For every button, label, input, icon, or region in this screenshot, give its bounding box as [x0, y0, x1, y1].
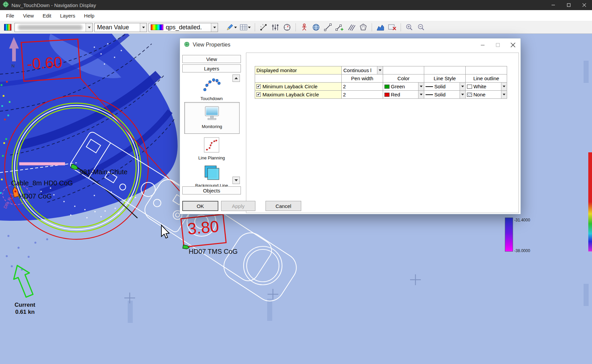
chevron-down-icon[interactable] — [377, 66, 383, 74]
chevron-down-icon[interactable] — [460, 91, 465, 98]
dialog-close-button[interactable] — [505, 38, 521, 51]
row-max-layback-name: ✔ Maximum Layback Circle — [255, 91, 342, 99]
menu-view[interactable]: View — [19, 13, 38, 19]
menu-edit[interactable]: Edit — [38, 13, 56, 19]
current-label: Current — [14, 302, 35, 308]
touchdown-icon — [202, 75, 221, 95]
empty-cell — [466, 66, 507, 74]
layer-item-line-planning[interactable]: Line Planning — [182, 137, 241, 160]
sliders-icon[interactable] — [270, 23, 280, 32]
line-style-glyph — [426, 86, 433, 87]
dialog-minimize-button[interactable] — [475, 38, 490, 51]
row-max-layback-line-style-select[interactable]: Solid — [424, 91, 466, 99]
label-cable: Cable_8m HD0 CoG — [11, 179, 73, 187]
layer-label: Monitoring — [202, 124, 222, 129]
outline-swatch — [467, 93, 472, 97]
add-line-tool-icon[interactable] — [335, 23, 345, 32]
scroll-down-button[interactable] — [232, 177, 240, 184]
parallel-lines-icon[interactable] — [346, 23, 356, 32]
chevron-down-icon[interactable] — [418, 91, 424, 98]
zoom-out-icon[interactable] — [416, 23, 426, 32]
zoom-in-icon[interactable] — [404, 23, 414, 32]
dialog-title-bar[interactable]: View Properties — [180, 38, 521, 51]
minimize-button[interactable] — [546, 0, 561, 10]
dialog-title: View Properties — [193, 42, 230, 48]
col-header-line-outline: Line outline — [466, 74, 507, 83]
display-mode-combo[interactable]: Mean Value — [94, 23, 147, 32]
ok-button[interactable]: OK — [182, 201, 218, 211]
row-max-layback-outline-select[interactable]: None — [466, 91, 507, 99]
color-swatch — [384, 85, 390, 89]
chevron-down-icon[interactable] — [501, 83, 507, 90]
chevron-down-icon[interactable] — [86, 23, 92, 32]
displayed-monitor-select[interactable]: Continuous l — [342, 66, 383, 74]
clear-view-icon[interactable] — [387, 23, 397, 32]
apply-button[interactable]: Apply — [221, 201, 255, 211]
window-title: Nav_TouchDown - Navigation Display — [11, 2, 96, 8]
colormap-icon[interactable] — [3, 23, 13, 32]
svg-text:N: N — [11, 63, 14, 68]
chevron-down-icon[interactable] — [501, 91, 507, 98]
measure-tool-icon[interactable] — [258, 23, 269, 32]
redacted-value — [18, 25, 83, 30]
palette-combo[interactable]: qps_detailed. — [149, 23, 218, 32]
figure-tool-icon[interactable] — [299, 23, 309, 32]
layer-label: Line Planning — [198, 155, 225, 160]
cancel-button[interactable]: Cancel — [266, 201, 301, 211]
menu-bar: File View Edit Layers Help — [0, 10, 592, 21]
row-min-layback-color-select[interactable]: Green — [383, 83, 424, 91]
surface-combo[interactable] — [14, 23, 93, 32]
outline-swatch — [467, 85, 472, 89]
menu-help[interactable]: Help — [80, 13, 99, 19]
col-header-pen-width: Pen width — [342, 74, 383, 83]
line-planning-icon — [204, 137, 220, 154]
menu-layers[interactable]: Layers — [56, 13, 80, 19]
tab-view[interactable]: View — [182, 55, 241, 63]
pen-tool-button[interactable] — [225, 23, 238, 32]
maximize-button[interactable] — [561, 0, 577, 10]
scroll-up-button[interactable] — [232, 74, 240, 82]
label-hd07-cog: HD07 CoG — [19, 192, 52, 200]
dialog-maximize-button[interactable] — [490, 38, 505, 51]
edge-color-strip — [588, 152, 592, 251]
compass-icon[interactable] — [282, 23, 292, 32]
checkbox[interactable]: ✔ — [256, 84, 261, 89]
display-mode-value: Mean Value — [95, 24, 140, 31]
layer-item-background-line[interactable]: Background Line — [182, 165, 241, 188]
objects-button[interactable]: Objects — [182, 186, 241, 194]
chevron-down-icon[interactable] — [140, 23, 147, 32]
polygon-tool-icon[interactable] — [358, 23, 368, 32]
layer-item-touchdown[interactable]: Touchdown — [182, 75, 241, 101]
line-tool-icon[interactable] — [323, 23, 333, 32]
current-value: 0.61 kn — [15, 309, 35, 315]
row-min-layback-pen-width[interactable]: 2 — [342, 83, 383, 91]
row-max-layback-color-select[interactable]: Red — [383, 91, 424, 99]
profile-chart-icon[interactable] — [375, 23, 385, 32]
row-min-layback-outline-select[interactable]: White — [466, 83, 507, 91]
empty-cell — [424, 66, 466, 74]
toolbar: Mean Value qps_detailed. — [0, 21, 592, 34]
layer-label: Touchdown — [200, 96, 223, 101]
application-window: N -0.60 — [0, 0, 592, 364]
chevron-down-icon[interactable] — [460, 83, 465, 90]
close-button[interactable] — [577, 0, 592, 10]
checkbox[interactable]: ✔ — [256, 92, 261, 97]
title-bar: Nav_TouchDown - Navigation Display — [0, 0, 592, 10]
svg-text:-0.60: -0.60 — [27, 53, 63, 72]
svg-text:3.80: 3.80 — [187, 217, 220, 238]
layer-item-monitoring[interactable]: Monitoring — [184, 102, 240, 134]
tab-layers[interactable]: Layers — [182, 64, 241, 72]
row-max-layback-pen-width[interactable]: 2 — [342, 91, 383, 99]
colorbar-top-value: -31.4000 — [514, 218, 530, 222]
dialog-icon — [184, 41, 190, 49]
col-header-color: Color — [383, 74, 424, 83]
chevron-down-icon[interactable] — [211, 23, 218, 32]
background-line-icon — [203, 165, 220, 182]
col-header-line-style: Line Style — [424, 74, 466, 83]
chevron-down-icon[interactable] — [418, 83, 424, 90]
monitoring-icon — [202, 105, 221, 123]
grid-tool-button[interactable] — [239, 23, 251, 32]
globe-icon[interactable] — [311, 23, 321, 32]
menu-file[interactable]: File — [2, 13, 19, 19]
row-min-layback-line-style-select[interactable]: Solid — [424, 83, 466, 91]
